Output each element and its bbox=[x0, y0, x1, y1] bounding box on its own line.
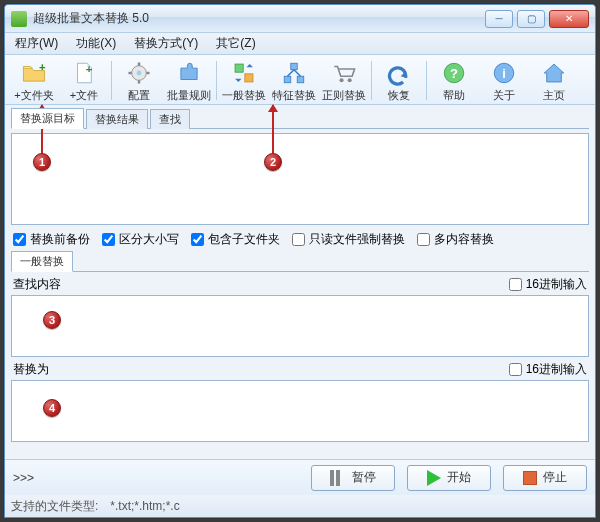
window-controls: ─ ▢ ✕ bbox=[485, 10, 589, 28]
menu-other[interactable]: 其它(Z) bbox=[212, 33, 259, 54]
minimize-button[interactable]: ─ bbox=[485, 10, 513, 28]
status-supported-value: *.txt;*.htm;*.c bbox=[110, 499, 179, 513]
app-window: 超级批量文本替换 5.0 ─ ▢ ✕ 程序(W) 功能(X) 替换方式(Y) 其… bbox=[4, 4, 596, 518]
menubar: 程序(W) 功能(X) 替换方式(Y) 其它(Z) bbox=[5, 33, 595, 55]
svg-text:i: i bbox=[502, 66, 506, 81]
pause-button[interactable]: 暂停 bbox=[311, 465, 395, 491]
svg-rect-8 bbox=[235, 64, 243, 72]
add-folder-label: +文件夹 bbox=[14, 88, 53, 103]
menu-replace-mode[interactable]: 替换方式(Y) bbox=[130, 33, 202, 54]
run-buttons-row: >>> 暂停 开始 停止 bbox=[5, 459, 595, 495]
file-plus-icon: + bbox=[71, 60, 97, 86]
toolbar-separator bbox=[371, 61, 372, 100]
top-tabstrip: 替换源目标 替换结果 查找 bbox=[11, 109, 589, 129]
tab-find[interactable]: 查找 bbox=[150, 109, 190, 129]
toolbar-separator bbox=[111, 61, 112, 100]
toolbar-separator bbox=[216, 61, 217, 100]
subfolder-checkbox[interactable]: 包含子文件夹 bbox=[191, 231, 280, 248]
maximize-button[interactable]: ▢ bbox=[517, 10, 545, 28]
app-icon bbox=[11, 11, 27, 27]
client-area: 替换源目标 替换结果 查找 替换前备份 区分大小写 包含子文件夹 只读文件强制替… bbox=[5, 105, 595, 459]
pause-icon bbox=[330, 470, 346, 486]
feature-replace-button[interactable]: 特征替换 bbox=[269, 57, 319, 104]
general-replace-label: 一般替换 bbox=[222, 88, 266, 103]
status-supported-label: 支持的文件类型: bbox=[11, 498, 98, 515]
undo-icon bbox=[386, 60, 412, 86]
section-tabstrip: 一般替换 bbox=[11, 252, 589, 272]
replace-head: 替换为 16进制输入 bbox=[11, 361, 589, 380]
target-list-box[interactable] bbox=[11, 133, 589, 225]
statusbar: 支持的文件类型: *.txt;*.htm;*.c bbox=[5, 495, 595, 517]
feature-icon bbox=[281, 60, 307, 86]
section-tab-general[interactable]: 一般替换 bbox=[11, 251, 73, 272]
find-hex-checkbox[interactable]: 16进制输入 bbox=[509, 276, 587, 293]
home-label: 主页 bbox=[543, 88, 565, 103]
svg-line-13 bbox=[288, 70, 295, 77]
settings-button[interactable]: 配置 bbox=[114, 57, 164, 104]
undo-label: 恢复 bbox=[388, 88, 410, 103]
folder-plus-icon: + bbox=[21, 60, 47, 86]
tab-replace-targets[interactable]: 替换源目标 bbox=[11, 108, 84, 129]
svg-rect-10 bbox=[291, 63, 298, 70]
general-replace-button[interactable]: 一般替换 bbox=[219, 57, 269, 104]
readonly-checkbox[interactable]: 只读文件强制替换 bbox=[292, 231, 405, 248]
gear-icon bbox=[126, 60, 152, 86]
svg-point-16 bbox=[348, 78, 352, 82]
svg-text:?: ? bbox=[450, 66, 458, 81]
titlebar: 超级批量文本替换 5.0 ─ ▢ ✕ bbox=[5, 5, 595, 33]
add-file-button[interactable]: + +文件 bbox=[59, 57, 109, 104]
home-button[interactable]: 主页 bbox=[529, 57, 579, 104]
find-input[interactable] bbox=[11, 295, 589, 357]
svg-rect-12 bbox=[297, 76, 304, 83]
stop-icon bbox=[523, 471, 537, 485]
svg-line-14 bbox=[294, 70, 301, 77]
backup-checkbox[interactable]: 替换前备份 bbox=[13, 231, 90, 248]
undo-button[interactable]: 恢复 bbox=[374, 57, 424, 104]
batch-rules-button[interactable]: 批量规则 bbox=[164, 57, 214, 104]
replace-label: 替换为 bbox=[13, 361, 49, 378]
svg-point-3 bbox=[137, 71, 142, 76]
tab-replace-results[interactable]: 替换结果 bbox=[86, 109, 148, 129]
feature-replace-label: 特征替换 bbox=[272, 88, 316, 103]
regex-replace-button[interactable]: 正则替换 bbox=[319, 57, 369, 104]
replace-hex-checkbox[interactable]: 16进制输入 bbox=[509, 361, 587, 378]
close-button[interactable]: ✕ bbox=[549, 10, 589, 28]
svg-text:+: + bbox=[86, 63, 93, 75]
settings-label: 配置 bbox=[128, 88, 150, 103]
multicontent-checkbox[interactable]: 多内容替换 bbox=[417, 231, 494, 248]
replace-input[interactable] bbox=[11, 380, 589, 442]
play-icon bbox=[427, 470, 441, 486]
batch-rules-label: 批量规则 bbox=[167, 88, 211, 103]
help-label: 帮助 bbox=[443, 88, 465, 103]
case-checkbox[interactable]: 区分大小写 bbox=[102, 231, 179, 248]
find-label: 查找内容 bbox=[13, 276, 61, 293]
window-title: 超级批量文本替换 5.0 bbox=[33, 10, 485, 27]
add-folder-button[interactable]: + +文件夹 bbox=[9, 57, 59, 104]
menu-program[interactable]: 程序(W) bbox=[11, 33, 62, 54]
replace-icon bbox=[231, 60, 257, 86]
find-block: 查找内容 16进制输入 bbox=[11, 276, 589, 357]
help-icon: ? bbox=[441, 60, 467, 86]
toolbar-separator bbox=[426, 61, 427, 100]
svg-rect-9 bbox=[245, 74, 253, 82]
svg-text:+: + bbox=[39, 61, 46, 73]
add-file-label: +文件 bbox=[70, 88, 98, 103]
about-button[interactable]: i 关于 bbox=[479, 57, 529, 104]
svg-point-15 bbox=[340, 78, 344, 82]
info-icon: i bbox=[491, 60, 517, 86]
about-label: 关于 bbox=[493, 88, 515, 103]
menu-function[interactable]: 功能(X) bbox=[72, 33, 120, 54]
stop-button[interactable]: 停止 bbox=[503, 465, 587, 491]
puzzle-icon bbox=[176, 60, 202, 86]
status-prefix: >>> bbox=[13, 471, 299, 485]
find-head: 查找内容 16进制输入 bbox=[11, 276, 589, 295]
svg-rect-11 bbox=[284, 76, 291, 83]
help-button[interactable]: ? 帮助 bbox=[429, 57, 479, 104]
options-row: 替换前备份 区分大小写 包含子文件夹 只读文件强制替换 多内容替换 bbox=[11, 229, 589, 248]
home-icon bbox=[541, 60, 567, 86]
replace-block: 替换为 16进制输入 bbox=[11, 361, 589, 442]
toolbar: + +文件夹 + +文件 配置 批量规则 一般替换 特征替换 正则替换 bbox=[5, 55, 595, 105]
start-button[interactable]: 开始 bbox=[407, 465, 491, 491]
cart-icon bbox=[331, 60, 357, 86]
regex-replace-label: 正则替换 bbox=[322, 88, 366, 103]
